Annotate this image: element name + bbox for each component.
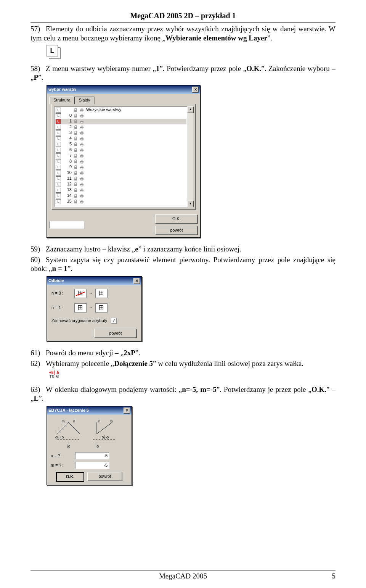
svg-rect-10 [81,120,83,121]
step-num: 61) [30,348,46,358]
para-62: 62)Wybieramy polecenie „Dołączenie 5” w … [30,359,336,368]
dialog-titlebar: wybór warstw ✕ [47,85,200,94]
mirror-n0-delete-icon[interactable]: 田 [74,289,87,298]
text: ”. [67,264,72,272]
para-58: 58)Z menu warstwy wybieramy numer „1”. P… [30,64,336,82]
svg-rect-19 [81,134,83,135]
svg-rect-3 [81,111,83,112]
back-button[interactable]: powrót [94,329,137,338]
svg-rect-36 [74,161,77,163]
text: ” i zaznaczamy końce linii osiowej. [138,245,241,253]
svg-text:m: m [110,419,113,423]
ok-button[interactable]: O.K. [155,214,198,224]
ok-button[interactable]: O.K. [56,472,84,482]
lock-icon [74,108,78,112]
mirror-row-n0: n = 0 : 田 → 田 [51,289,137,298]
layer-row[interactable]: L12 [55,182,186,187]
back-button[interactable]: powrót [87,472,122,481]
svg-text:n: n [98,419,100,423]
scroll-down-icon[interactable]: ▼ [187,201,194,207]
svg-rect-55 [81,185,83,186]
svg-rect-40 [74,167,77,169]
close-icon[interactable]: ✕ [192,87,199,93]
mirror-n0-result-icon[interactable]: 田 [95,289,108,298]
layer-row[interactable]: L1 [55,119,186,124]
svg-rect-60 [74,196,77,198]
svg-rect-62 [81,194,83,195]
step-num: 63) [30,385,46,394]
mirror-n1-result-icon[interactable]: 田 [95,303,108,313]
svg-rect-50 [81,177,83,178]
label: n = 0 : [51,291,69,296]
layer-row[interactable]: L2 [55,124,186,130]
layer-row[interactable]: L0 [55,113,186,119]
layer-row[interactable]: L11 [55,176,186,182]
filter-field[interactable] [49,221,84,229]
svg-rect-22 [81,137,83,138]
layer-row[interactable]: L5 [55,142,186,147]
svg-rect-15 [81,128,83,129]
label: Zachować oryginalne atrybuty [51,318,107,324]
layer-row[interactable]: L9 [55,164,186,170]
dialog-layer-select: wybór warstw ✕ Struktura Slajdy L [47,85,201,238]
layer-row[interactable]: L8 [55,159,186,164]
scroll-up-icon[interactable]: ▲ [187,106,194,113]
svg-rect-0 [74,110,77,112]
close-icon[interactable]: ✕ [124,408,130,414]
svg-rect-2 [81,108,83,110]
layer-row[interactable]: L13 [55,187,186,193]
text: System zapyta się czy pozostawić element… [30,256,336,273]
layer-list[interactable]: L Wszystkie warstwy L0L1L2L3L4L5L6L7L8L9… [54,106,187,207]
bold: Dołączenie 5 [114,359,153,367]
step-num: 59) [30,245,46,254]
join-diagram: m n -5┆+5 ┆0 n m +5┆-5 ┆0 [51,419,128,448]
scrollbar[interactable]: ▲ ▼ [187,106,193,207]
n-field[interactable]: -5 [75,452,109,459]
label: m = ? : [51,463,72,468]
layer-row[interactable]: L14 [55,193,186,199]
svg-rect-43 [81,168,83,169]
svg-rect-30 [81,148,83,150]
label: n = 1 : [51,305,69,311]
bold: O.K. [246,64,261,72]
svg-rect-35 [81,156,83,158]
svg-line-77 [97,422,112,434]
svg-rect-32 [74,156,77,158]
page-title: MegaCAD 2005 2D – przykład 1 [30,11,336,20]
layer-row[interactable]: L6 [55,147,186,153]
text: W okienku dialogowym podajemy wartości: … [46,385,182,393]
svg-line-68 [57,422,68,434]
bold: 2xP [124,349,135,357]
svg-rect-23 [81,139,83,140]
text: ”. Potwierdzamy przez pole „ [159,64,246,72]
keep-attrs-checkbox[interactable]: ✓ [111,318,117,324]
printer-icon [80,108,84,112]
svg-rect-58 [81,188,83,190]
bold: O.K. [311,385,326,393]
svg-text:-5┆+5: -5┆+5 [55,435,64,439]
back-button[interactable]: powrót [155,226,198,235]
bold: L [34,394,39,402]
svg-rect-26 [81,143,83,144]
layer-row[interactable]: L3 [55,130,186,136]
svg-rect-38 [81,160,83,161]
bold: Wybieranie elementów wg Layer [165,34,267,42]
layer-row[interactable]: L10 [55,170,186,176]
bold: 1 [156,64,160,72]
tab-structure[interactable]: Struktura [49,97,75,104]
m-field[interactable]: -5 [75,462,109,469]
layer-row[interactable]: L7 [55,153,186,159]
svg-rect-51 [81,179,83,180]
dialog-titlebar: Odbicie ✕ [47,277,141,285]
tab-slides[interactable]: Slajdy [75,97,95,104]
layer-name: Wszystkie warstwy [85,107,186,113]
text: Powrót do menu edycji – „ [46,349,124,357]
layer-row[interactable]: L4 [55,136,186,142]
close-icon[interactable]: ✕ [133,278,140,284]
layer-row[interactable]: L15 [55,199,186,205]
svg-rect-24 [74,144,77,146]
mirror-n1-keep-icon[interactable]: 田 [74,303,87,313]
footer-page: 5 [207,572,336,580]
para-57: 57)Elementy do odbicia zaznaczamy przez … [30,24,336,43]
svg-rect-59 [81,191,83,192]
